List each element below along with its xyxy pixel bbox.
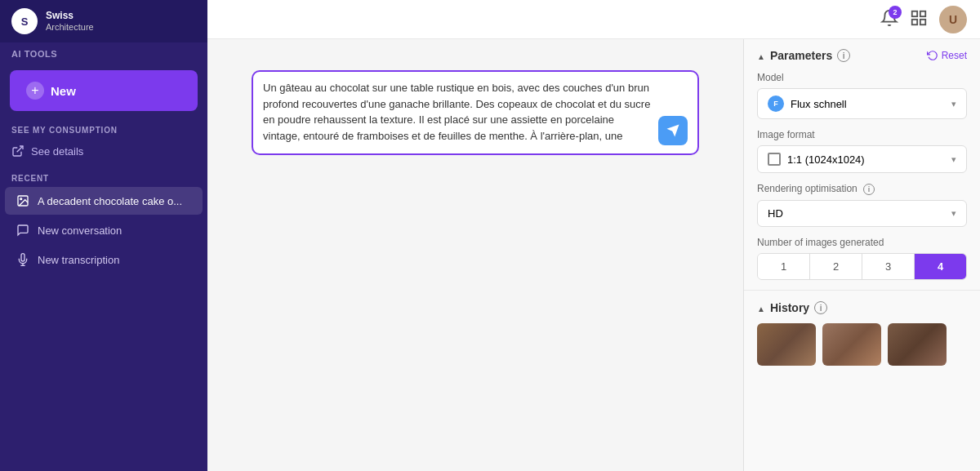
send-button[interactable]: [658, 116, 688, 145]
format-select-inner: 1:1 (1024x1024): [768, 153, 865, 166]
recent-label: RECENT: [0, 164, 207, 186]
sidebar: S Swiss Architecture AI TOOLS + New SEE …: [0, 0, 207, 471]
history-thumb-1[interactable]: [757, 323, 816, 366]
history-chevron[interactable]: [757, 300, 765, 315]
format-label: Image format: [757, 129, 967, 140]
svg-rect-8: [920, 19, 925, 24]
right-panel: Parameters i Reset Model F: [743, 39, 980, 471]
format-square-icon: [768, 153, 781, 166]
sidebar-item-transcription[interactable]: New transcription: [5, 246, 203, 273]
svg-rect-6: [920, 11, 925, 16]
history-title: History: [770, 301, 809, 314]
parameters-info-icon[interactable]: i: [837, 49, 850, 62]
sidebar-item-conversation[interactable]: New conversation: [5, 216, 203, 244]
image-area: [207, 39, 743, 471]
rendering-label-text: Rendering optimisation: [757, 183, 858, 194]
rendering-info-icon[interactable]: i: [863, 184, 875, 195]
svg-rect-5: [912, 11, 917, 16]
bell-badge: 2: [889, 6, 902, 19]
history-section: History i: [744, 291, 980, 375]
rendering-select-inner: HD: [768, 207, 783, 220]
model-label: Model: [757, 72, 967, 83]
prompt-box: [252, 70, 699, 155]
svg-line-0: [17, 146, 23, 152]
reset-button[interactable]: Reset: [927, 50, 967, 61]
parameters-title-group: Parameters i: [757, 49, 850, 62]
image-icon: [16, 194, 29, 207]
transcription-icon: [16, 253, 29, 266]
notification-bell[interactable]: 2: [880, 9, 898, 30]
chat-icon: [16, 224, 29, 237]
see-details-label: See details: [31, 145, 83, 158]
format-value: 1:1 (1024x1024): [787, 153, 865, 166]
reset-label: Reset: [942, 50, 967, 61]
num-opt-3[interactable]: 3: [862, 254, 915, 279]
see-details-link[interactable]: See details: [0, 138, 207, 164]
prompt-input[interactable]: [263, 80, 652, 145]
send-icon: [666, 123, 680, 138]
num-opt-4[interactable]: 4: [915, 254, 966, 279]
grid-icon: [910, 9, 928, 27]
parameters-header: Parameters i Reset: [757, 49, 967, 62]
model-select-inner: F Flux schnell: [768, 96, 847, 112]
external-link-icon: [11, 144, 24, 158]
rendering-chevron-down: ▾: [951, 208, 956, 219]
plus-icon: +: [26, 82, 44, 100]
history-thumbnails: [757, 323, 967, 366]
prompt-container: [238, 70, 712, 168]
main-area: 2 U: [207, 0, 980, 471]
flux-icon: F: [768, 96, 784, 112]
sidebar-item-cake[interactable]: A decadent chocolate cake o...: [5, 187, 203, 215]
svg-rect-7: [912, 19, 917, 24]
num-opt-1[interactable]: 1: [758, 254, 810, 279]
content-area: Parameters i Reset Model F: [207, 39, 980, 471]
sidebar-header: S Swiss Architecture: [0, 0, 207, 42]
image-grid: [471, 52, 479, 60]
num-opt-2[interactable]: 2: [810, 254, 862, 279]
format-chevron-down: ▾: [951, 154, 956, 165]
logo-line2: Architecture: [46, 22, 94, 33]
svg-point-2: [20, 198, 22, 200]
sidebar-item-conversation-label: New conversation: [38, 224, 122, 237]
history-thumb-3[interactable]: [888, 323, 947, 366]
model-select[interactable]: F Flux schnell ▾: [757, 88, 967, 119]
format-select[interactable]: 1:1 (1024x1024) ▾: [757, 145, 967, 173]
model-chevron-down: ▾: [951, 99, 956, 109]
rendering-value: HD: [768, 207, 783, 220]
parameters-chevron[interactable]: [757, 49, 765, 62]
rendering-select[interactable]: HD ▾: [757, 200, 967, 227]
logo-initials: S: [21, 16, 29, 28]
logo-line1: Swiss: [46, 10, 94, 21]
history-header: History i: [757, 300, 967, 315]
avatar-initials: U: [949, 13, 957, 26]
num-images-select: 1 2 3 4: [757, 253, 967, 280]
history-info-icon[interactable]: i: [814, 301, 827, 314]
model-value: Flux schnell: [791, 98, 847, 110]
app-label: AI TOOLS: [0, 42, 207, 64]
avatar[interactable]: U: [939, 6, 967, 33]
rendering-label: Rendering optimisation i: [757, 183, 967, 195]
parameters-title: Parameters: [770, 49, 832, 62]
new-button-label: New: [51, 84, 76, 98]
sidebar-item-transcription-label: New transcription: [38, 254, 119, 266]
num-images-label: Number of images generated: [757, 237, 967, 248]
new-button[interactable]: + New: [10, 70, 198, 111]
consumption-label: SEE MY CONSUMPTION: [0, 119, 207, 138]
logo-text: Swiss Architecture: [46, 10, 94, 33]
grid-menu-button[interactable]: [910, 9, 928, 30]
parameters-section: Parameters i Reset Model F: [744, 39, 980, 291]
sidebar-item-cake-label: A decadent chocolate cake o...: [38, 195, 182, 207]
topbar: 2 U: [207, 0, 980, 39]
history-thumb-2[interactable]: [822, 323, 881, 366]
logo-circle: S: [11, 8, 38, 34]
reset-icon: [927, 50, 938, 61]
